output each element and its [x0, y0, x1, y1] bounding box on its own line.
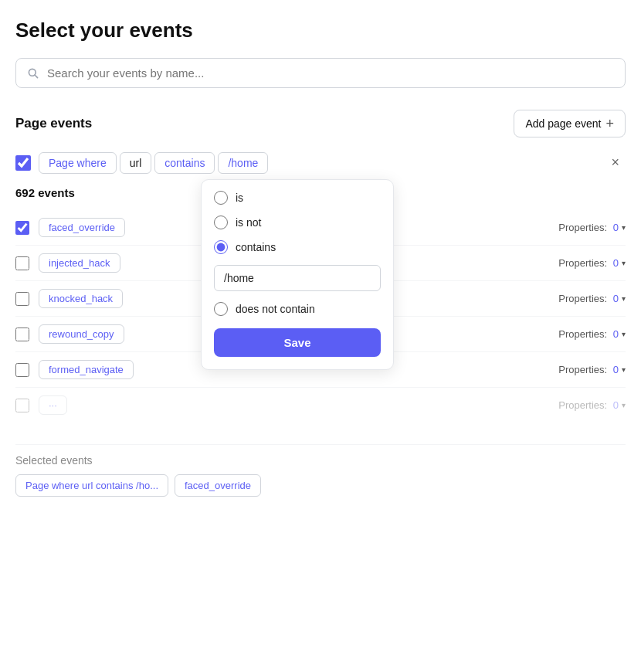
properties-count-0: 0: [613, 222, 619, 233]
event-name-tag-1[interactable]: injected_hack: [39, 253, 120, 273]
option-contains-label: contains: [236, 241, 276, 253]
properties-count-3: 0: [613, 328, 619, 340]
contains-tag[interactable]: contains: [154, 152, 215, 174]
chevron-down-icon-2: ▾: [622, 294, 626, 303]
table-row-partial: ··· Properties: 0 ▾: [15, 388, 626, 423]
filter-checkbox[interactable]: [15, 155, 31, 171]
option-does-not-contain[interactable]: does not contain: [214, 302, 381, 316]
event-checkbox-0[interactable]: [15, 221, 29, 235]
page-title: Select your events: [15, 19, 626, 42]
properties-label-2: Properties:: [558, 293, 607, 304]
event-name-tag-2[interactable]: knocked_hack: [39, 289, 123, 308]
properties-count-partial: 0: [613, 399, 619, 411]
selected-events-section: Selected events Page where url contains …: [15, 444, 626, 497]
properties-label-3: Properties:: [558, 328, 607, 340]
add-page-event-button[interactable]: Add page event +: [514, 110, 626, 137]
option-is-label: is: [236, 192, 243, 204]
filter-row: Page where url contains /home × is is no…: [15, 151, 626, 174]
selected-tag-1[interactable]: faced_override: [175, 474, 261, 497]
option-is-not[interactable]: is not: [214, 216, 381, 229]
chevron-down-icon-1: ▾: [622, 259, 626, 267]
chevron-down-icon-3: ▾: [622, 330, 626, 338]
search-icon: [27, 67, 39, 80]
event-name-tag-4[interactable]: formed_navigate: [39, 360, 134, 379]
event-name-tag-0[interactable]: faced_override: [39, 218, 125, 237]
page-where-tag[interactable]: Page where: [39, 152, 117, 174]
properties-label-partial: Properties:: [558, 399, 607, 411]
option-is-not-label: is not: [236, 216, 261, 229]
properties-count-4: 0: [613, 364, 619, 375]
event-checkbox-partial[interactable]: [15, 399, 29, 412]
event-checkbox-1[interactable]: [15, 256, 29, 270]
radio-is[interactable]: [214, 191, 228, 205]
event-name-tag-partial: ···: [39, 395, 67, 415]
properties-button-4[interactable]: Properties: 0 ▾: [558, 364, 626, 375]
event-checkbox-2[interactable]: [15, 292, 29, 306]
filter-value-input[interactable]: [214, 265, 381, 291]
option-does-not-contain-label: does not contain: [236, 303, 315, 315]
option-contains[interactable]: contains: [214, 240, 381, 254]
filter-close-button[interactable]: ×: [605, 151, 626, 174]
event-checkbox-3[interactable]: [15, 328, 29, 341]
event-checkbox-4[interactable]: [15, 363, 29, 377]
chevron-down-icon-0: ▾: [622, 223, 626, 232]
selected-tags: Page where url contains /ho... faced_ove…: [15, 474, 626, 497]
event-name-tag-3[interactable]: rewound_copy: [39, 324, 124, 344]
search-bar: [15, 58, 626, 88]
properties-button-0[interactable]: Properties: 0 ▾: [558, 222, 626, 233]
svg-line-1: [35, 75, 38, 78]
properties-label-4: Properties:: [558, 364, 607, 375]
radio-contains[interactable]: [214, 240, 228, 254]
properties-button-partial: Properties: 0 ▾: [558, 399, 626, 411]
selected-events-title: Selected events: [15, 454, 626, 467]
properties-button-3[interactable]: Properties: 0 ▾: [558, 328, 626, 340]
properties-button-2[interactable]: Properties: 0 ▾: [558, 293, 626, 304]
properties-label-1: Properties:: [558, 257, 607, 269]
chevron-down-icon-partial: ▾: [622, 401, 626, 409]
save-button[interactable]: Save: [214, 328, 381, 357]
selected-tag-0[interactable]: Page where url contains /ho...: [15, 474, 168, 497]
search-input[interactable]: [47, 66, 614, 80]
properties-button-1[interactable]: Properties: 0 ▾: [558, 257, 626, 269]
properties-label-0: Properties:: [558, 222, 607, 233]
radio-is-not[interactable]: [214, 216, 228, 229]
add-page-event-label: Add page event: [525, 117, 601, 130]
filter-dropdown: is is not contains does not contain Save: [201, 179, 394, 370]
radio-does-not-contain[interactable]: [214, 302, 228, 316]
option-is[interactable]: is: [214, 191, 381, 205]
chevron-down-icon-4: ▾: [622, 365, 626, 374]
url-tag[interactable]: url: [120, 152, 152, 174]
add-page-event-plus-icon: +: [605, 117, 614, 131]
page-events-header: Page events Add page event +: [15, 110, 626, 137]
properties-count-2: 0: [613, 293, 619, 304]
value-tag[interactable]: /home: [218, 152, 268, 174]
page-events-title: Page events: [15, 116, 92, 131]
properties-count-1: 0: [613, 257, 619, 269]
